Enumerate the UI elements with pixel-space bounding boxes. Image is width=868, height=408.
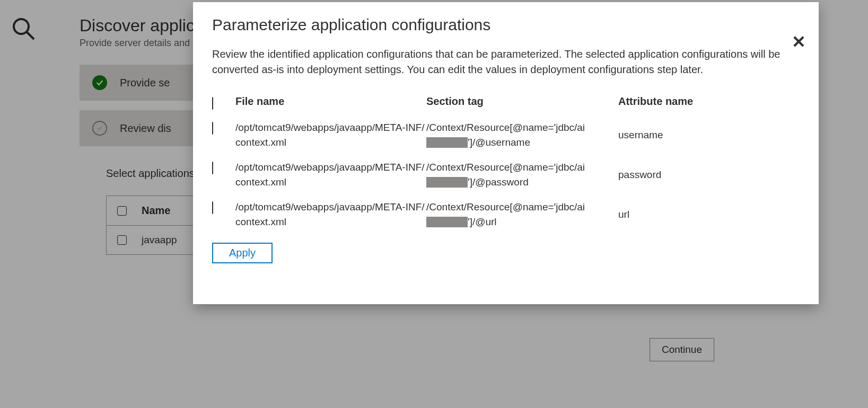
attribute-name-cell: password [618, 167, 777, 182]
row-checkbox[interactable] [212, 122, 213, 135]
modal-description: Review the identified application config… [212, 47, 785, 77]
apply-button[interactable]: Apply [212, 243, 273, 263]
section-tag-cell: /Context/Resource[@name='jdbc/ai ']/@use… [426, 120, 618, 149]
param-table: File name Section tag Attribute name /op… [212, 95, 800, 229]
column-header-file-name: File name [235, 95, 426, 108]
redacted-segment [426, 217, 468, 227]
file-name-cell: /opt/tomcat9/webapps/javaapp/META-INF/co… [235, 120, 426, 149]
row-checkbox[interactable] [212, 201, 213, 214]
column-header-attribute-name: Attribute name [618, 95, 777, 108]
close-icon[interactable]: ✕ [792, 32, 806, 52]
row-checkbox[interactable] [212, 162, 213, 174]
file-name-cell: /opt/tomcat9/webapps/javaapp/META-INF/co… [235, 200, 426, 229]
section-tag-cell: /Context/Resource[@name='jdbc/ai ']/@pas… [426, 160, 618, 189]
file-name-cell: /opt/tomcat9/webapps/javaapp/META-INF/co… [235, 160, 426, 189]
redacted-segment [426, 177, 468, 188]
modal-title: Parameterize application configurations [212, 16, 800, 34]
parameterize-modal: Parameterize application configurations … [193, 2, 819, 304]
redacted-segment [426, 137, 468, 148]
attribute-name-cell: url [618, 207, 777, 222]
attribute-name-cell: username [618, 128, 777, 143]
section-tag-cell: /Context/Resource[@name='jdbc/ai ']/@url [426, 200, 618, 229]
column-header-section-tag: Section tag [426, 95, 618, 108]
select-all-checkbox[interactable] [212, 97, 213, 110]
